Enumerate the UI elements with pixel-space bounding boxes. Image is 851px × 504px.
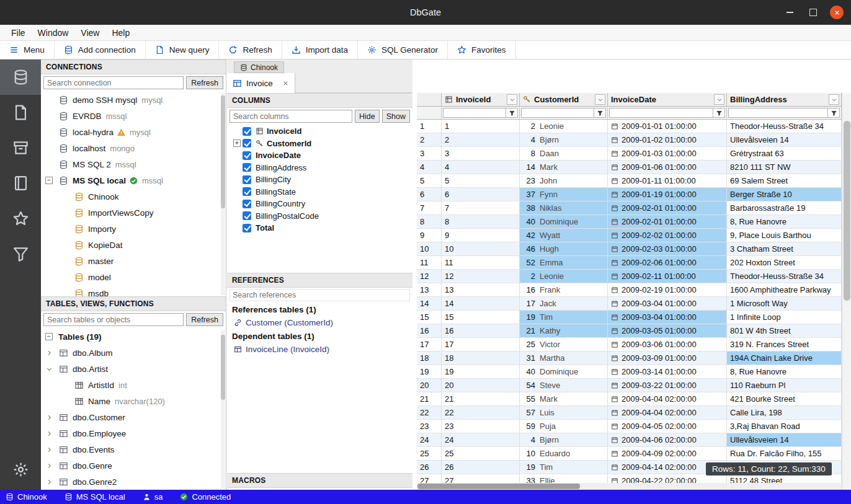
toolbar-favorites-button[interactable]: Favorites (448, 41, 516, 59)
cell-billingaddress[interactable]: 202 Hoxton Street (727, 256, 842, 270)
filter-input-invoicedate[interactable] (609, 108, 713, 118)
tab-group-chinook[interactable]: Chinook (234, 61, 284, 73)
cell-invoicedate[interactable]: 2009-02-02 01:00:00 (608, 229, 727, 242)
column-checkbox[interactable] (243, 175, 251, 184)
cell-invoicedate[interactable]: 2009-02-19 01:00:00 (608, 283, 727, 297)
column-item-billingstate[interactable]: BillingState (227, 186, 412, 198)
rail-archive-button[interactable] (0, 130, 41, 166)
toolbar-sql-generator-button[interactable]: SQL Generator (358, 41, 448, 59)
cell-invoicedate[interactable]: 2009-01-02 01:00:00 (608, 133, 727, 147)
table-dbo-genre2[interactable]: dbo.Genre2 (41, 474, 226, 490)
cell-invoiceid[interactable]: 8 (442, 215, 520, 229)
grid-column-header-customerid[interactable]: CustomerId (520, 93, 608, 107)
database-chinook[interactable]: Chinook (41, 188, 226, 205)
cell-customerid[interactable]: 52Emma (520, 256, 608, 270)
cell-customerid[interactable]: 2Leonie (520, 120, 608, 133)
column-menu-icon[interactable] (507, 94, 517, 105)
filter-icon[interactable] (506, 108, 518, 118)
cell-invoiceid[interactable]: 9 (442, 229, 520, 242)
filter-icon[interactable] (594, 108, 606, 118)
collapse-icon[interactable]: − (45, 177, 53, 184)
tables-refresh-button[interactable]: Refresh (186, 313, 223, 326)
row-number[interactable]: 16 (417, 324, 442, 338)
chevron-down-icon[interactable] (44, 364, 54, 374)
cell-billingaddress[interactable]: Grétrystraat 63 (727, 147, 842, 161)
cell-invoicedate[interactable]: 2009-03-05 01:00:00 (608, 324, 727, 338)
collapse-icon[interactable]: − (45, 333, 53, 340)
tables-scrollbar[interactable] (221, 330, 225, 489)
cell-invoicedate[interactable]: 2009-02-03 01:00:00 (608, 242, 727, 256)
column-checkbox[interactable] (243, 127, 251, 136)
menu-view[interactable]: View (74, 26, 105, 40)
cell-customerid[interactable]: 42Wyatt (520, 229, 608, 242)
cell-billingaddress[interactable]: Rua Dr. Falcão Filho, 155 (727, 447, 842, 461)
row-number[interactable]: 3 (417, 147, 442, 161)
cell-billingaddress[interactable]: 1 Infinite Loop (727, 311, 842, 324)
cell-billingaddress[interactable]: 9, Place Louis Barthou (727, 229, 842, 242)
cell-invoicedate[interactable]: 2009-03-04 01:00:00 (608, 311, 727, 324)
database-importy[interactable]: Importy (41, 221, 226, 237)
cell-billingaddress[interactable]: 319 N. Frances Street (727, 338, 842, 351)
row-number[interactable]: 9 (417, 229, 442, 242)
cell-billingaddress[interactable]: Barbarossastraße 19 (727, 201, 842, 215)
cell-invoicedate[interactable]: 2009-01-03 01:00:00 (608, 147, 727, 161)
cell-billingaddress[interactable]: 801 W 4th Street (727, 324, 842, 338)
cell-billingaddress[interactable]: 3 Chatham Street (727, 242, 842, 256)
connection-localhost[interactable]: localhostmongo (41, 140, 226, 156)
row-number[interactable]: 11 (417, 256, 442, 270)
cell-invoiceid[interactable]: 13 (442, 283, 520, 297)
toolbar-import-data-button[interactable]: Import data (282, 41, 358, 59)
references-search-input[interactable] (229, 289, 410, 301)
cell-billingaddress[interactable]: Ullevålsveien 14 (727, 433, 842, 447)
cell-invoiceid[interactable]: 22 (442, 406, 520, 420)
rail-databases-button[interactable] (0, 60, 41, 95)
cell-invoiceid[interactable]: 15 (442, 311, 520, 324)
database-model[interactable]: model (41, 269, 226, 285)
column-checkbox[interactable] (243, 187, 251, 196)
dependent-invoiceline-invoiceid[interactable]: InvoiceLine (InvoiceId) (227, 343, 412, 356)
column-checkbox[interactable] (243, 139, 251, 148)
row-number[interactable]: 17 (417, 338, 442, 351)
cell-invoiceid[interactable]: 18 (442, 351, 520, 365)
column-menu-icon[interactable] (595, 94, 605, 105)
toolbar-add-connection-button[interactable]: Add connection (55, 41, 146, 59)
cell-invoicedate[interactable]: 2009-04-05 02:00:00 (608, 420, 727, 433)
column-menu-icon[interactable] (829, 94, 839, 105)
minimize-icon[interactable] (783, 6, 796, 19)
cell-billingaddress[interactable]: 110 Raeburn Pl (727, 379, 842, 392)
database-master[interactable]: master (41, 253, 226, 269)
row-number[interactable]: 19 (417, 365, 442, 379)
cell-billingaddress[interactable]: 8, Rue Hanovre (727, 365, 842, 379)
cell-customerid[interactable]: 19Tim (520, 311, 608, 324)
cell-customerid[interactable]: 55Mark (520, 392, 608, 406)
cell-invoicedate[interactable]: 2009-04-04 02:00:00 (608, 406, 727, 420)
statusbar-sa[interactable]: sa (143, 492, 163, 502)
connection-demo-ssh-mysql[interactable]: demo SSH mysqlmysql (41, 92, 226, 108)
cell-customerid[interactable]: 38Niklas (520, 201, 608, 215)
row-number[interactable]: 10 (417, 242, 442, 256)
row-number[interactable]: 5 (417, 174, 442, 188)
row-number[interactable]: 8 (417, 215, 442, 229)
cell-customerid[interactable]: 31Martha (520, 351, 608, 365)
cell-invoicedate[interactable]: 2009-04-09 02:00:00 (608, 447, 727, 461)
cell-customerid[interactable]: 37Fynn (520, 188, 608, 201)
menu-window[interactable]: Window (32, 26, 75, 40)
cell-customerid[interactable]: 16Frank (520, 283, 608, 297)
close-icon[interactable] (830, 6, 844, 19)
expand-icon[interactable]: + (233, 139, 241, 147)
cell-customerid[interactable]: 57Luis (520, 406, 608, 420)
cell-billingaddress[interactable]: 8210 111 ST NW (727, 161, 842, 174)
row-number[interactable]: 6 (417, 188, 442, 201)
connection-ms-sql-2[interactable]: MS SQL 2mssql (41, 156, 226, 172)
cell-billingaddress[interactable]: 421 Bourke Street (727, 392, 842, 406)
grid-column-header-billingaddress[interactable]: BillingAddress (727, 93, 842, 107)
cell-customerid[interactable]: 23John (520, 174, 608, 188)
column-checkbox[interactable] (243, 224, 251, 232)
column-item-billingpostalcode[interactable]: BillingPostalCode (227, 210, 412, 223)
database-kopiedat[interactable]: KopieDat (41, 237, 226, 253)
row-number[interactable]: 21 (417, 392, 442, 406)
cell-billingaddress[interactable]: Calle Lira, 198 (727, 406, 842, 420)
cell-invoicedate[interactable]: 2009-04-04 02:00:00 (608, 392, 727, 406)
cell-invoicedate[interactable]: 2009-01-11 01:00:00 (608, 174, 727, 188)
chevron-right-icon[interactable] (44, 412, 54, 422)
